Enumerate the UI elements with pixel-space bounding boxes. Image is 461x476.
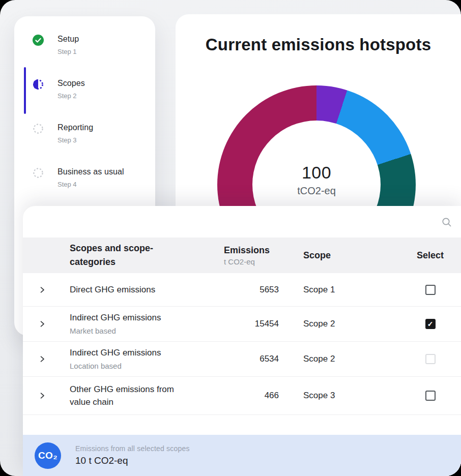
row-title: Indirect GHG emissions: [70, 348, 161, 358]
summary-label: Emissions from all selected scopes: [75, 444, 190, 453]
step-texts: Scopes Step 2: [57, 79, 85, 100]
column-header-emissions-unit: t CO2-eq: [224, 257, 279, 266]
donut-total-unit: tCO2-eq: [297, 185, 336, 197]
table-row[interactable]: Direct GHG emissions 5653 Scope 1: [23, 273, 461, 307]
table-row[interactable]: Indirect GHG emissions Location based 65…: [23, 342, 461, 377]
row-scope: Scope 2: [279, 354, 399, 364]
co2-badge-icon: CO₂: [35, 442, 61, 469]
column-header-emissions: Emissions t CO2-eq: [221, 245, 279, 266]
summary-value: 10 t CO2-eq: [75, 455, 190, 466]
step-number: Step 3: [57, 136, 93, 144]
chevron-right-icon: [39, 355, 46, 363]
sidebar-item-business-as-usual[interactable]: Business as usual Step 4: [33, 167, 124, 188]
row-title: Other GHG emissions from value chain: [70, 383, 191, 409]
row-title: Indirect GHG emissions: [70, 313, 161, 322]
column-header-scopes: Scopes and scope-categories: [70, 242, 174, 269]
step-texts: Reporting Step 3: [57, 123, 93, 144]
row-select-checkbox[interactable]: [425, 391, 436, 401]
step-label: Setup: [57, 35, 79, 44]
chevron-right-icon: [39, 320, 46, 328]
step-texts: Business as usual Step 4: [57, 167, 124, 188]
expand-row-button[interactable]: [23, 355, 70, 363]
scopes-table-card: Scopes and scope-categories Emissions t …: [23, 206, 461, 476]
row-title: Direct GHG emissions: [70, 285, 155, 294]
row-name-cell: Indirect GHG emissions Market based: [70, 311, 221, 337]
dashed-circle-icon: [33, 167, 44, 178]
step-label: Reporting: [57, 123, 93, 132]
active-step-indicator: [24, 67, 26, 114]
search-icon[interactable]: [440, 215, 454, 229]
half-filled-circle-icon: [33, 79, 44, 90]
row-emissions-value: 5653: [221, 285, 279, 295]
page-title: Current emissions hotspots: [176, 35, 461, 54]
expand-row-button[interactable]: [23, 392, 70, 399]
step-label: Business as usual: [57, 167, 124, 176]
row-scope: Scope 3: [279, 391, 399, 401]
table-toolbar: [23, 206, 461, 237]
step-number: Step 4: [57, 181, 124, 188]
row-scope: Scope 1: [279, 285, 399, 295]
column-header-select: Select: [399, 250, 461, 261]
table-header-row: Scopes and scope-categories Emissions t …: [23, 237, 461, 273]
row-scope: Scope 2: [279, 319, 399, 329]
row-subtitle: Location based: [70, 361, 221, 372]
donut-total-value: 100: [302, 163, 331, 183]
table-row[interactable]: Other GHG emissions from value chain 466…: [23, 377, 461, 415]
row-emissions-value: 6534: [221, 354, 279, 364]
row-emissions-value: 15454: [221, 319, 279, 329]
row-name-cell: Other GHG emissions from value chain: [70, 383, 221, 409]
selected-scopes-summary: CO₂ Emissions from all selected scopes 1…: [23, 435, 461, 476]
chevron-right-icon: [39, 286, 46, 293]
check-circle-icon: [33, 35, 44, 46]
app-screen: Setup Step 1 Scopes Step 2 Reporting Ste…: [0, 0, 461, 476]
column-header-scope: Scope: [279, 250, 399, 261]
row-select-checkbox[interactable]: [425, 285, 436, 295]
sidebar-item-scopes[interactable]: Scopes Step 2: [33, 79, 85, 100]
row-select-checkbox[interactable]: [425, 319, 436, 329]
chevron-right-icon: [39, 392, 46, 399]
summary-texts: Emissions from all selected scopes 10 t …: [75, 444, 190, 466]
expand-row-button[interactable]: [23, 286, 70, 293]
dashed-circle-icon: [33, 123, 44, 134]
step-label: Scopes: [57, 79, 85, 88]
step-number: Step 2: [57, 92, 85, 100]
table-row[interactable]: Indirect GHG emissions Market based 1545…: [23, 307, 461, 342]
row-select-checkbox[interactable]: [425, 354, 436, 364]
row-subtitle: Market based: [70, 325, 221, 337]
step-number: Step 1: [57, 48, 79, 55]
sidebar-item-reporting[interactable]: Reporting Step 3: [33, 123, 93, 144]
column-header-emissions-title: Emissions: [224, 245, 279, 256]
row-name-cell: Direct GHG emissions: [70, 283, 221, 296]
step-texts: Setup Step 1: [57, 35, 79, 55]
row-emissions-value: 466: [221, 391, 279, 401]
row-name-cell: Indirect GHG emissions Location based: [70, 346, 221, 372]
sidebar-item-setup[interactable]: Setup Step 1: [33, 35, 79, 55]
expand-row-button[interactable]: [23, 320, 70, 328]
